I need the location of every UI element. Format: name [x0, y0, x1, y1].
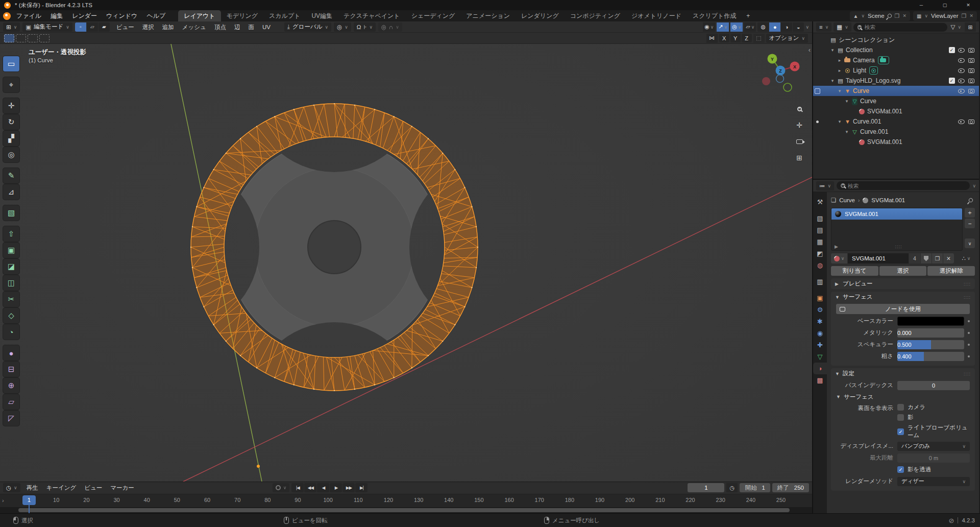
workspace-tab[interactable]: アニメーション [460, 10, 516, 21]
workspace-tab[interactable]: スクリプト作成 [687, 10, 742, 21]
render-toggle[interactable] [966, 48, 976, 53]
expand-arrow[interactable]: ▸ [836, 68, 843, 73]
breadcrumb-material[interactable]: SVGMat.001 [871, 197, 905, 203]
workspace-tab[interactable]: スカルプト [263, 10, 306, 21]
max-distance-field[interactable]: 0 m [897, 453, 970, 463]
frame-tick[interactable]: 20 [83, 497, 89, 503]
animate-dot[interactable] [968, 320, 970, 322]
browse-material-button[interactable]: ∨ [831, 253, 847, 264]
camera-view-icon[interactable] [794, 136, 805, 147]
rip-region-tool[interactable]: ◸ [3, 411, 19, 426]
frame-end-field[interactable]: 終了 250 [772, 483, 809, 492]
camera-data-badge[interactable] [878, 56, 889, 64]
tab-tool[interactable]: ⚒ [813, 196, 827, 208]
close-button[interactable]: ✕ [957, 0, 980, 10]
shading-wireframe-icon[interactable]: ◍ [757, 22, 769, 32]
workspace-tab[interactable]: テクスチャペイント [338, 10, 406, 21]
transparent-shadow-checkbox[interactable]: ✓ [897, 466, 904, 473]
workspace-tab[interactable]: シェーディング [406, 10, 461, 21]
outliner-item-label[interactable]: Camera [853, 57, 875, 64]
mode-selector[interactable]: ▣ 編集モード ∨ [22, 22, 72, 32]
current-frame-field[interactable]: 1 [688, 483, 724, 492]
animate-dot[interactable] [968, 355, 970, 357]
hide-toggle[interactable] [957, 48, 966, 53]
material-slot-list[interactable]: SVGMat.001 ▶ :::: [831, 208, 963, 251]
workspace-tab[interactable]: モデリング [221, 10, 263, 21]
timeline-scrollbar[interactable] [0, 507, 812, 513]
frame-start-field[interactable]: 開始 1 [740, 483, 770, 492]
add-slot-button[interactable]: ＋ [965, 208, 975, 218]
scene-canvas[interactable] [0, 44, 812, 482]
frame-tick[interactable]: 190 [595, 497, 604, 503]
fake-user-button[interactable] [921, 253, 932, 264]
value-slider[interactable]: 0.500 [897, 340, 964, 349]
outliner-item-label[interactable]: Curve [860, 98, 876, 105]
new-scene-icon[interactable]: ❐ [895, 13, 900, 19]
minimize-button[interactable]: ─ [910, 0, 933, 10]
frame-tick[interactable]: 40 [144, 497, 150, 503]
tab-material[interactable]: ◑ [813, 363, 827, 374]
outliner-row[interactable]: ▾▼Curve [813, 86, 979, 96]
outliner-row[interactable]: ▾▤Collection✓ [813, 45, 979, 55]
select-button[interactable]: 選択 [879, 266, 927, 276]
outliner-filter-button[interactable]: ▽∨ [949, 22, 963, 32]
delete-scene-icon[interactable]: ✕ [902, 13, 906, 18]
slot-specials-button[interactable]: ∨ [965, 238, 975, 248]
frame-tick[interactable]: 130 [414, 497, 423, 503]
viewport-menu-1[interactable]: 選択 [138, 22, 158, 32]
hide-toggle[interactable] [957, 68, 966, 73]
frame-tick[interactable]: 100 [323, 497, 332, 503]
delete-layer-icon[interactable]: ✕ [969, 13, 973, 18]
workspace-tab[interactable]: ジオメトリノード [626, 10, 687, 21]
exclude-toggle[interactable]: ✓ [947, 78, 957, 84]
viewport-menu-3[interactable]: メッシュ [178, 22, 210, 32]
outliner-filter-type[interactable]: ▦∨ [834, 22, 851, 32]
expand-arrow[interactable]: ▾ [829, 47, 836, 53]
viewport-menu-7[interactable]: UV [258, 22, 275, 32]
menu-2[interactable]: レンダー [67, 11, 102, 20]
checkbox[interactable]: ✓ [897, 428, 904, 435]
hide-toggle[interactable] [957, 89, 966, 93]
slot-grip[interactable]: :::: [838, 244, 959, 249]
editor-type-button[interactable]: ⊞∨ [3, 22, 20, 32]
timeline-menu-3[interactable]: マーカー [106, 483, 138, 492]
select-subtract-icon[interactable] [28, 34, 38, 42]
panel-grip[interactable]: :::: [964, 371, 971, 376]
outliner-search-input[interactable] [864, 24, 943, 30]
toggle-xray-icon[interactable]: ▱∨ [744, 22, 756, 32]
frame-tick[interactable]: 220 [685, 497, 695, 503]
preview-panel-header[interactable]: ▶ プレビュー :::: [831, 278, 975, 289]
pin-icon[interactable] [968, 197, 973, 203]
new-layer-icon[interactable]: ❐ [962, 13, 967, 19]
loop-cut-tool[interactable]: ◫ [3, 275, 19, 291]
view-layer-selector[interactable]: ▦∨ ViewLayer ❐ ✕ [913, 11, 977, 21]
blender-menu-icon[interactable] [3, 12, 11, 20]
poly-build-tool[interactable]: ◇ [3, 308, 19, 323]
animate-dot[interactable] [968, 332, 970, 334]
render-toggle[interactable] [966, 119, 976, 124]
use-nodes-button[interactable]: ノードを使用 [836, 304, 970, 314]
frame-tick[interactable]: 210 [655, 497, 665, 503]
exclude-toggle[interactable]: ✓ [947, 47, 957, 53]
ruler-expand-icon[interactable]: › [2, 497, 4, 504]
knife-tool[interactable]: ✂ [3, 292, 19, 307]
shear-tool[interactable]: ▱ [3, 394, 19, 410]
tab-physics[interactable]: ◉ [813, 327, 827, 339]
viewport-3d[interactable]: ユーザー・透視投影 (1) Curve ▭⌖✛↻▞◎✎⊿▧⇧▣◪◫✂◇◔●⊟⊕▱… [0, 44, 812, 482]
frame-tick[interactable]: 250 [776, 497, 786, 503]
shading-rendered-icon[interactable]: ◒ [793, 22, 804, 32]
scale-tool[interactable]: ▞ [3, 131, 19, 146]
auto-keying-button[interactable]: ∨ [273, 483, 290, 492]
frame-tick[interactable]: 90 [295, 497, 301, 503]
outliner-item-label[interactable]: Collection [846, 46, 873, 54]
extrude-region-tool[interactable]: ⇧ [3, 226, 19, 242]
add-cube-tool[interactable]: ▧ [3, 205, 19, 221]
displacement-dropdown[interactable]: バンプのみ∨ [897, 442, 970, 451]
tab-data[interactable]: ▽ [813, 351, 827, 363]
outliner-item-label[interactable]: Light [853, 67, 866, 74]
assign-button[interactable]: 割り当て [831, 266, 878, 276]
outliner-row[interactable]: SVGMat.001 [813, 137, 979, 147]
frame-tick[interactable]: 120 [384, 497, 393, 503]
tab-modifiers[interactable]: ⚙ [813, 304, 827, 316]
expand-arrow[interactable]: ▾ [836, 88, 843, 93]
